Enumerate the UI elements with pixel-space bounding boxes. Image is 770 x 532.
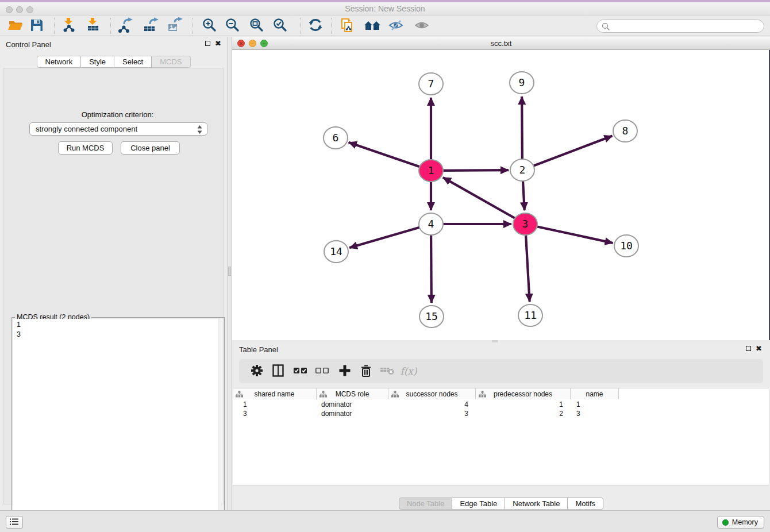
- table-cell[interactable]: 4: [388, 400, 476, 409]
- splitter-handle[interactable]: [228, 267, 231, 276]
- table-cell[interactable]: 1: [571, 400, 619, 409]
- column-header-successor-nodes[interactable]: successor nodes: [388, 388, 476, 399]
- tab-motifs[interactable]: Motifs: [568, 498, 603, 510]
- memory-button[interactable]: Memory: [717, 516, 764, 529]
- table-cell[interactable]: dominator: [317, 409, 388, 418]
- mcds-result-textarea[interactable]: 13: [13, 319, 223, 532]
- table-cell[interactable]: 3: [233, 409, 317, 418]
- graph-edge-4-15[interactable]: [431, 224, 432, 303]
- graph-node-2[interactable]: 2: [510, 159, 534, 181]
- close-panel-icon[interactable]: ✖: [756, 345, 762, 352]
- task-history-button[interactable]: [6, 516, 23, 529]
- run-mcds-button[interactable]: Run MCDS: [58, 141, 113, 155]
- import-table-button[interactable]: [84, 17, 102, 34]
- float-panel-icon[interactable]: [746, 346, 751, 351]
- graph-edge-1-6[interactable]: [349, 142, 431, 171]
- table-mode-button[interactable]: [247, 362, 267, 380]
- table-cell[interactable]: dominator: [317, 400, 388, 409]
- column-header-mcds-role[interactable]: MCDS role: [317, 388, 388, 399]
- graph-node-8[interactable]: 8: [613, 120, 637, 142]
- zoom-selected-button[interactable]: [271, 17, 289, 34]
- select-all-button[interactable]: [291, 362, 310, 380]
- export-table-button[interactable]: [142, 17, 160, 34]
- tab-select[interactable]: Select: [114, 56, 152, 68]
- export-image-button[interactable]: [166, 17, 184, 34]
- delete-table-button[interactable]: [378, 362, 397, 380]
- float-panel-icon[interactable]: [205, 41, 210, 46]
- new-network-from-selection-button[interactable]: [338, 17, 356, 34]
- graph-node-4[interactable]: 4: [419, 213, 443, 235]
- hide-selected-button[interactable]: [387, 17, 406, 34]
- column-header-label: successor nodes: [406, 390, 457, 398]
- open-folder-icon: [7, 18, 24, 33]
- graph-node-10[interactable]: 10: [614, 235, 638, 257]
- result-scrollbar[interactable]: [218, 319, 223, 532]
- tab-node-table[interactable]: Node Table: [399, 498, 453, 510]
- column-type-icon: [236, 391, 243, 398]
- tab-network-table[interactable]: Network Table: [505, 498, 568, 510]
- table-row[interactable]: 1dominator411: [233, 400, 619, 409]
- apply-layout-button[interactable]: [306, 17, 325, 34]
- zoom-in-button[interactable]: [200, 17, 218, 34]
- table-toolbar: f(x): [239, 359, 763, 383]
- network-canvas[interactable]: 7968124314101511: [232, 50, 770, 340]
- graph-node-6[interactable]: 6: [324, 127, 348, 149]
- node-label: 15: [425, 310, 438, 322]
- mcds-result-line: 1: [17, 320, 220, 330]
- optimization-criterion-select[interactable]: strongly connected component: [29, 122, 207, 136]
- splitter-handle[interactable]: [492, 340, 498, 342]
- node-label: 11: [524, 309, 537, 321]
- plus-icon: [338, 364, 351, 377]
- vertical-splitter[interactable]: [227, 37, 232, 510]
- table-cell[interactable]: 2: [476, 409, 571, 418]
- table-cell[interactable]: 3: [571, 409, 619, 418]
- export-table-icon: [143, 17, 160, 33]
- graph-node-7[interactable]: 7: [419, 73, 443, 95]
- search-icon: [602, 22, 610, 31]
- function-builder-button[interactable]: f(x): [399, 362, 418, 380]
- graph-node-1[interactable]: 1: [419, 160, 443, 182]
- search-input[interactable]: [612, 21, 760, 32]
- node-label: 8: [622, 125, 629, 137]
- graph-node-9[interactable]: 9: [510, 72, 534, 94]
- list-icon: [9, 518, 20, 526]
- network-window-titlebar[interactable]: ✕ − + scc.txt: [232, 37, 770, 50]
- save-session-button[interactable]: [28, 17, 46, 34]
- show-all-button[interactable]: [413, 17, 432, 34]
- column-header-predecessor-nodes[interactable]: predecessor nodes: [476, 388, 571, 399]
- close-panel-icon[interactable]: ✖: [215, 40, 221, 47]
- table-row[interactable]: 3dominator323: [233, 409, 619, 418]
- graph-node-11[interactable]: 11: [518, 304, 542, 326]
- delete-columns-button[interactable]: [356, 362, 376, 380]
- open-session-button[interactable]: [6, 17, 25, 34]
- show-columns-button[interactable]: [268, 362, 288, 380]
- tab-network[interactable]: Network: [36, 56, 81, 68]
- create-column-button[interactable]: [335, 362, 355, 380]
- table-cell[interactable]: 1: [476, 400, 571, 409]
- tab-mcds[interactable]: MCDS: [152, 56, 190, 68]
- import-network-button[interactable]: [60, 17, 78, 34]
- first-neighbors-button[interactable]: [363, 17, 382, 34]
- graph-edge-3-1[interactable]: [443, 178, 525, 224]
- close-panel-button[interactable]: Close panel: [121, 141, 180, 155]
- table-cell[interactable]: 1: [233, 400, 317, 409]
- graph-edge-4-14[interactable]: [349, 224, 431, 248]
- zoom-fit-button[interactable]: [247, 17, 265, 34]
- column-header-shared-name[interactable]: shared name: [233, 388, 317, 399]
- export-network-button[interactable]: [117, 17, 135, 34]
- graph-node-14[interactable]: 14: [324, 241, 348, 263]
- graph-edge-3-10[interactable]: [525, 224, 613, 243]
- graph-node-3[interactable]: 3: [513, 213, 537, 235]
- table-cell[interactable]: 3: [388, 409, 476, 418]
- deselect-all-button[interactable]: [313, 362, 332, 380]
- column-header-name[interactable]: name: [571, 388, 619, 399]
- duplicate-network-icon: [339, 17, 355, 33]
- tab-style[interactable]: Style: [81, 56, 114, 68]
- graph-node-15[interactable]: 15: [419, 306, 444, 327]
- toolbar-separator: [300, 18, 301, 34]
- tab-edge-table[interactable]: Edge Table: [452, 498, 505, 510]
- graph-edge-2-8[interactable]: [522, 136, 613, 170]
- graph-edge-3-11[interactable]: [525, 224, 530, 302]
- status-bar: Memory: [0, 510, 770, 532]
- zoom-out-button[interactable]: [223, 17, 241, 34]
